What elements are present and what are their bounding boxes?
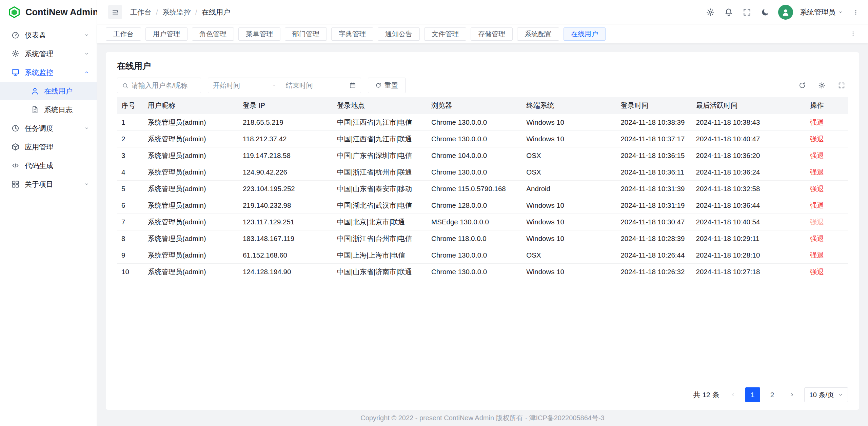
- force-logout-link[interactable]: 强退: [810, 185, 824, 192]
- logo-icon: [7, 5, 21, 19]
- table-cell: Windows 10: [522, 114, 616, 130]
- dark-mode-button[interactable]: [758, 5, 773, 20]
- sidebar-item-应用管理[interactable]: 应用管理: [0, 138, 97, 156]
- table-cell: 61.152.168.60: [238, 247, 333, 263]
- tab-存储管理[interactable]: 存储管理: [471, 27, 513, 41]
- table-cell: 2024-11-18 10:38:43: [692, 114, 806, 130]
- monitor-icon: [11, 68, 20, 77]
- table-cell: 6: [117, 197, 143, 214]
- table-row: 2系统管理员(admin)118.212.37.42中国|江西省|九江市|联通C…: [117, 130, 848, 147]
- table-cell: 118.212.37.42: [238, 130, 333, 147]
- column-header: 序号: [117, 97, 143, 114]
- breadcrumb-item[interactable]: 工作台: [130, 7, 152, 17]
- tab-文件管理[interactable]: 文件管理: [424, 27, 466, 41]
- tab-在线用户[interactable]: 在线用户: [564, 27, 606, 41]
- force-logout-link[interactable]: 强退: [810, 118, 824, 126]
- table-cell: OSX: [522, 247, 616, 263]
- page-size-label: 10 条/页: [809, 390, 834, 400]
- table-cell: 2024-11-18 10:36:11: [616, 164, 691, 180]
- table-cell: Chrome 130.0.0.0: [427, 130, 522, 147]
- date-range-picker[interactable]: 开始时间 - 结束时间: [208, 78, 361, 93]
- tab-部门管理[interactable]: 部门管理: [285, 27, 327, 41]
- force-logout-link[interactable]: 强退: [810, 151, 824, 159]
- about-icon: [11, 180, 20, 188]
- force-logout-link[interactable]: 强退: [810, 251, 824, 259]
- user-menu[interactable]: 系统管理员: [800, 7, 843, 17]
- sidebar-item-系统监控[interactable]: 系统监控: [0, 63, 97, 82]
- pagination-prev-button[interactable]: [726, 387, 741, 402]
- sidebar: ContiNew Admin 仪表盘系统管理系统监控在线用户系统日志任务调度应用…: [0, 0, 97, 426]
- breadcrumb-separator: /: [156, 8, 158, 16]
- force-logout-link[interactable]: 强退: [810, 218, 824, 226]
- table-cell: 中国|北京|北京市|联通: [333, 214, 427, 230]
- tab-系统配置[interactable]: 系统配置: [517, 27, 559, 41]
- sidebar-item-label: 任务调度: [25, 124, 79, 133]
- table-cell: 系统管理员(admin): [143, 147, 238, 164]
- table-settings-button[interactable]: [815, 79, 828, 92]
- sidebar-item-代码生成[interactable]: 代码生成: [0, 156, 97, 175]
- force-logout-link[interactable]: 强退: [810, 235, 824, 242]
- reset-button[interactable]: 重置: [368, 78, 406, 93]
- search-input[interactable]: [132, 82, 196, 89]
- column-header: 用户昵称: [143, 97, 238, 114]
- content-area: 在线用户 开始时间 - 结束时间 重置: [97, 43, 868, 410]
- table-cell: 7: [117, 214, 143, 230]
- notification-button[interactable]: [721, 5, 736, 20]
- sidebar-item-label: 系统监控: [25, 68, 79, 77]
- table-cell: 2024-11-18 10:36:15: [616, 147, 691, 164]
- sidebar-item-关于项目[interactable]: 关于项目: [0, 175, 97, 194]
- header-settings-button[interactable]: [703, 5, 718, 20]
- table-cell: 系统管理员(admin): [143, 247, 238, 263]
- pagination-next-button[interactable]: [785, 387, 800, 402]
- table-cell: 119.147.218.58: [238, 147, 333, 164]
- pagination-page-1[interactable]: 1: [745, 387, 760, 402]
- table-cell: MSEdge 130.0.0.0: [427, 214, 522, 230]
- table-cell: 1: [117, 114, 143, 130]
- app-title: ContiNew Admin: [25, 7, 98, 18]
- online-users-table: 序号用户昵称登录 IP登录地点浏览器终端系统登录时间最后活跃时间操作1系统管理员…: [117, 97, 848, 280]
- table-cell: 2024-11-18 10:31:39: [616, 180, 691, 197]
- schedule-icon: [11, 124, 20, 133]
- chevron-left-icon: [730, 392, 736, 398]
- pagination-page-2[interactable]: 2: [765, 387, 780, 402]
- table-cell: Chrome 115.0.5790.168: [427, 180, 522, 197]
- tab-字典管理[interactable]: 字典管理: [331, 27, 373, 41]
- tab-more-button[interactable]: [847, 28, 859, 40]
- column-header: 终端系统: [522, 97, 616, 114]
- force-logout-link[interactable]: 强退: [810, 135, 824, 143]
- force-logout-link[interactable]: 强退: [810, 268, 824, 276]
- fullscreen-button[interactable]: [739, 5, 754, 20]
- table-cell-action: 强退: [806, 230, 848, 247]
- force-logout-link[interactable]: 强退: [810, 168, 824, 176]
- page-size-select[interactable]: 10 条/页: [804, 387, 848, 402]
- table-cell: 2024-11-18 10:36:44: [692, 197, 806, 214]
- sidebar-subitem-在线用户[interactable]: 在线用户: [0, 82, 97, 100]
- sidebar-item-系统管理[interactable]: 系统管理: [0, 44, 97, 63]
- settings-icon: [706, 8, 715, 17]
- table-fullscreen-button[interactable]: [835, 79, 848, 92]
- tab-工作台[interactable]: 工作台: [106, 27, 141, 41]
- menu-fold-icon: [112, 8, 119, 16]
- tab-菜单管理[interactable]: 菜单管理: [238, 27, 280, 41]
- tab-用户管理[interactable]: 用户管理: [145, 27, 188, 41]
- table-row: 1系统管理员(admin)218.65.5.219中国|江西省|九江市|电信Ch…: [117, 114, 848, 130]
- sidebar-item-仪表盘[interactable]: 仪表盘: [0, 26, 97, 44]
- breadcrumb-item[interactable]: 在线用户: [202, 7, 230, 17]
- table-cell: Windows 10: [522, 130, 616, 147]
- column-header: 登录时间: [616, 97, 691, 114]
- chevron-down-icon: [838, 392, 843, 397]
- avatar[interactable]: [778, 5, 793, 20]
- tab-通知公告[interactable]: 通知公告: [378, 27, 420, 41]
- table-cell: 系统管理员(admin): [143, 114, 238, 130]
- sidebar-collapse-button[interactable]: [108, 5, 122, 19]
- header-more-button[interactable]: [848, 5, 863, 20]
- table-refresh-button[interactable]: [796, 79, 809, 92]
- table-cell: 2024-11-18 10:31:19: [616, 197, 691, 214]
- force-logout-link[interactable]: 强退: [810, 201, 824, 209]
- table-cell: 2024-11-18 10:29:11: [692, 230, 806, 247]
- tab-角色管理[interactable]: 角色管理: [192, 27, 234, 41]
- sidebar-subitem-系统日志[interactable]: 系统日志: [0, 100, 97, 119]
- column-header: 浏览器: [427, 97, 522, 114]
- breadcrumb-item[interactable]: 系统监控: [162, 7, 191, 17]
- sidebar-item-任务调度[interactable]: 任务调度: [0, 119, 97, 138]
